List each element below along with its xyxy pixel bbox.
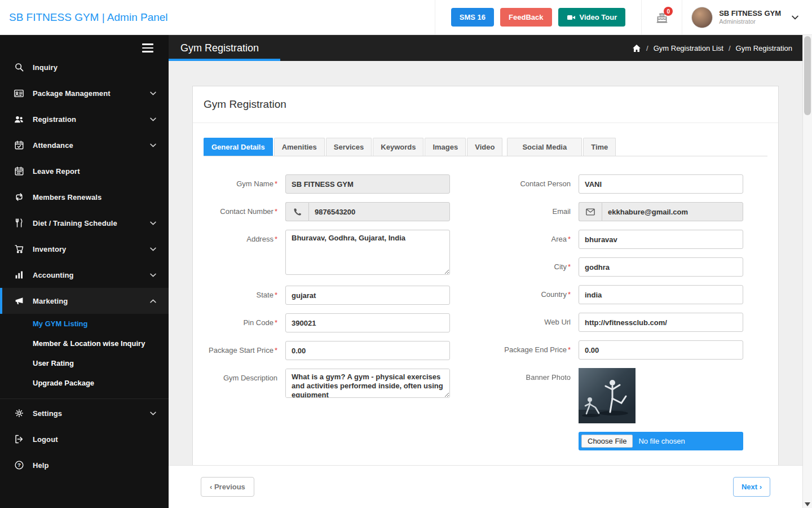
area-label: Area* [497, 230, 579, 249]
country-input[interactable] [579, 285, 743, 304]
tab-images[interactable]: Images [425, 138, 466, 156]
tab-time[interactable]: Time [583, 138, 616, 156]
city-input[interactable] [579, 257, 743, 277]
sidebar-item-label: Registration [33, 115, 150, 124]
page-title: Gym Registration [169, 42, 259, 54]
submenu-item-upgrade-package[interactable]: Upgrade Package [0, 373, 169, 393]
submenu-item-label: My GYM Listing [33, 319, 88, 328]
feedback-button-label: FeedBack [509, 13, 543, 21]
breadcrumb-item-gym-registration: Gym Registration [736, 44, 792, 52]
sidebar-item-package-management[interactable]: Package Management [0, 80, 169, 106]
topbar-actions: SMS 16 FeedBack Video Tour [435, 0, 641, 34]
video-tour-label: Video Tour [580, 13, 617, 21]
panel-body: General Details Amenities Services Keywo… [193, 123, 778, 465]
phone-icon [285, 202, 308, 221]
page-scrollbar[interactable] [802, 35, 812, 508]
field-contact-number: Contact Number* [204, 202, 474, 221]
video-tour-button[interactable]: Video Tour [558, 8, 626, 27]
sidebar-item-accounting[interactable]: Accounting [0, 262, 169, 288]
next-button[interactable]: Next › [733, 477, 770, 497]
address-textarea[interactable]: Bhuravav, Godhra, Gujarat, India [285, 230, 450, 275]
web-url-input[interactable] [579, 313, 743, 332]
home-icon[interactable] [632, 44, 641, 52]
tab-general-details[interactable]: General Details [204, 138, 273, 156]
scroll-down-arrow-icon[interactable] [805, 502, 810, 506]
sidebar-item-registration[interactable]: Registration [0, 106, 169, 132]
tab-services[interactable]: Services [326, 138, 372, 156]
envelope-icon [579, 202, 602, 221]
sidebar-item-leave-report[interactable]: Leave Report [0, 158, 169, 184]
pin-code-input[interactable] [285, 313, 450, 332]
sidebar-item-diet-training-schedule[interactable]: Diet / Training Schedule [0, 210, 169, 236]
field-web-url: Web Url [497, 313, 767, 332]
contact-person-input[interactable] [579, 174, 743, 194]
top-header: SB FITNESS GYM | Admin Panel SMS 16 Feed… [0, 0, 812, 35]
form-left-column: Gym Name* Contact Number* [204, 174, 474, 459]
field-email: Email [497, 202, 767, 221]
feedback-button[interactable]: FeedBack [500, 8, 551, 27]
bar-chart-icon [14, 270, 24, 279]
sidebar-item-label: Leave Report [33, 167, 156, 176]
country-label: Country* [497, 285, 579, 304]
required-mark: * [275, 207, 277, 216]
user-role: Administrator [719, 18, 781, 26]
required-mark: * [275, 291, 277, 299]
help-icon: ? [14, 461, 24, 470]
svg-text:?: ? [17, 462, 21, 468]
tab-social-media[interactable]: Social Media [507, 138, 582, 156]
package-start-price-input[interactable] [285, 341, 450, 360]
birthday-notification-button[interactable]: 0 [641, 0, 682, 34]
gym-description-textarea[interactable]: What is a gym? A gym - physical exercise… [285, 369, 450, 398]
submenu-item-member-location-wise-inquiry[interactable]: Member & Location wise Inquiry [0, 334, 169, 353]
required-mark: * [275, 346, 277, 354]
breadcrumb-separator: / [729, 44, 731, 52]
sidebar-item-members-renewals[interactable]: Members Renewals [0, 184, 169, 210]
banner-photo-image [579, 368, 743, 423]
area-input[interactable] [579, 230, 743, 249]
contact-number-input[interactable] [308, 202, 450, 221]
chevron-down-icon [150, 221, 156, 225]
field-address: Address* Bhuravav, Godhra, Gujarat, Indi… [204, 230, 474, 277]
gym-name-input[interactable] [285, 174, 450, 194]
sidebar-item-inventory[interactable]: Inventory [0, 236, 169, 262]
field-package-end-price: Package End Price* [497, 340, 767, 360]
tab-video[interactable]: Video [467, 138, 502, 156]
tab-keywords[interactable]: Keywords [373, 138, 423, 156]
wizard-footer: ‹ Previous Next › [169, 465, 812, 508]
breadcrumb-separator: / [646, 44, 648, 52]
banner-file-input[interactable]: Choose File No file chosen [579, 432, 743, 450]
sidebar-toggle[interactable] [0, 35, 169, 61]
required-mark: * [275, 179, 277, 188]
state-input[interactable] [285, 286, 450, 305]
gym-name-label: Gym Name* [204, 174, 285, 194]
submenu-item-my-gym-listing[interactable]: My GYM Listing [0, 314, 169, 334]
form-right-column: Contact Person Email [497, 174, 767, 459]
choose-file-button[interactable]: Choose File [581, 435, 633, 448]
breadcrumb: / Gym Registration List / Gym Registrati… [632, 44, 812, 52]
user-menu[interactable]: SB FITNESS GYM Administrator [682, 0, 812, 34]
field-state: State* [204, 286, 474, 305]
sidebar-item-settings[interactable]: Settings [0, 400, 169, 426]
pin-code-label: Pin Code* [204, 313, 285, 332]
sidebar-item-marketing[interactable]: Marketing [0, 288, 169, 314]
breadcrumb-item-gym-registration-list[interactable]: Gym Registration List [654, 44, 723, 52]
cart-icon [14, 244, 24, 253]
sidebar-item-label: Members Renewals [33, 193, 156, 202]
previous-button[interactable]: ‹ Previous [201, 477, 254, 497]
tab-amenities[interactable]: Amenities [274, 138, 325, 156]
submenu-item-label: Upgrade Package [33, 379, 94, 387]
submenu-item-label: Member & Location wise Inquiry [33, 339, 145, 348]
page-title-underline [169, 59, 280, 61]
banner-upload-spacer [497, 432, 579, 450]
submenu-item-user-rating[interactable]: User Rating [0, 353, 169, 373]
sidebar-item-help[interactable]: ? Help [0, 452, 169, 478]
email-input[interactable] [602, 202, 743, 221]
scrollbar-thumb[interactable] [804, 36, 811, 115]
required-mark: * [568, 345, 571, 354]
sidebar-item-label: Logout [33, 435, 156, 444]
package-end-price-input[interactable] [579, 340, 743, 360]
sidebar-item-attendance[interactable]: Attendance [0, 132, 169, 158]
contact-number-label: Contact Number* [204, 202, 285, 221]
sidebar-item-logout[interactable]: Logout [0, 426, 169, 452]
sms-button[interactable]: SMS 16 [451, 8, 494, 27]
